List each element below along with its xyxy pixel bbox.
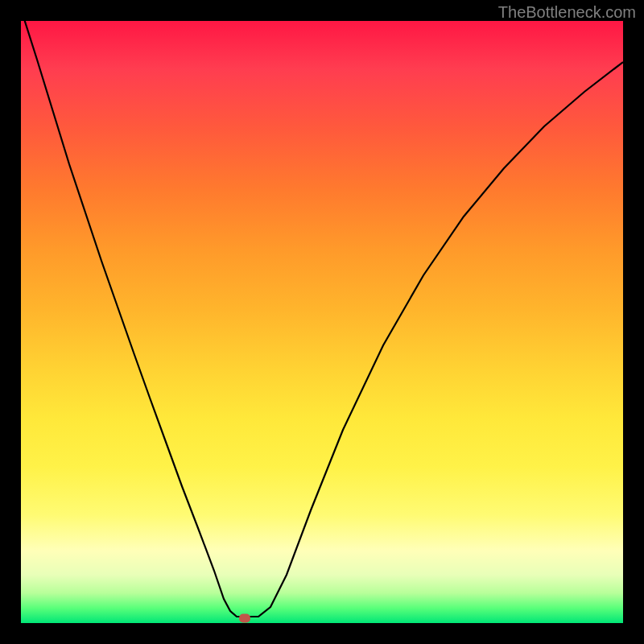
chart-plot-area [21,21,623,623]
bottleneck-curve [21,21,623,617]
watermark-text: TheBottleneck.com [498,3,636,22]
chart-svg [21,21,623,623]
optimal-point-marker [239,614,250,623]
